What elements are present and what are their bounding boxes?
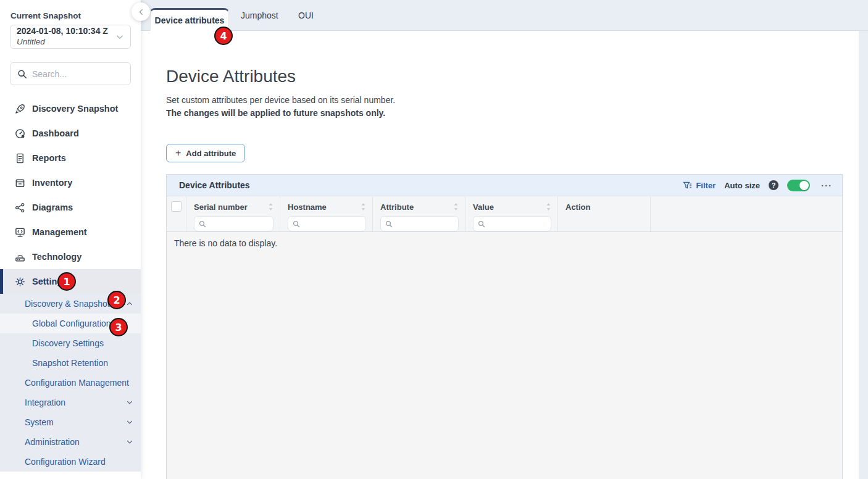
submenu-item-label: Configuration Management <box>25 378 129 388</box>
tab-oui[interactable]: OUI <box>298 0 314 31</box>
sidebar-item-label: Discovery Snapshot <box>32 104 118 114</box>
submenu-item-snapshot-retention[interactable]: Snapshot Retention <box>0 353 141 373</box>
submenu-item-configuration-wizard[interactable]: Configuration Wizard <box>0 452 141 472</box>
submenu-item-label: Discovery Settings <box>32 338 104 348</box>
column-label: Action <box>565 202 590 212</box>
autosize-label: Auto size <box>724 181 760 190</box>
sidebar-item-management[interactable]: Management <box>0 220 141 244</box>
page-scrollbar-track <box>859 31 868 479</box>
sidebar-item-inventory[interactable]: Inventory <box>0 170 141 195</box>
select-all-cell <box>167 196 186 231</box>
column-filter <box>288 216 366 231</box>
snapshot-selector[interactable]: 2024-01-08, 10:10:34 Z Untitled <box>10 25 131 49</box>
table-controls: Filter Auto size ? ··· <box>683 180 832 191</box>
column-filter <box>194 216 273 231</box>
snapshot-date: 2024-01-08, 10:10:34 Z <box>17 26 108 37</box>
help-icon[interactable]: ? <box>769 180 778 190</box>
page-title: Device Attributes <box>166 67 296 86</box>
search-icon <box>385 220 393 228</box>
column-sort-header[interactable]: Attribute <box>380 199 459 214</box>
sidebar-item-discovery-snapshot[interactable]: Discovery Snapshot <box>0 96 141 121</box>
submenu-item-integration[interactable]: Integration <box>0 393 141 412</box>
sidebar-item-label: Inventory <box>32 178 72 188</box>
chevron-down-icon <box>126 399 133 406</box>
submenu-item-label: Discovery & Snapshots <box>25 299 114 309</box>
sidebar-item-dashboard[interactable]: Dashboard <box>0 121 141 146</box>
sort-icon <box>546 202 551 211</box>
sidebar-nav: Discovery Snapshot Dashboard Reports Inv… <box>0 96 141 294</box>
current-snapshot-label: Current Snapshot <box>10 11 141 20</box>
tab-device-attributes[interactable]: Device attributes <box>150 8 229 31</box>
diagram-icon <box>14 202 26 214</box>
sidebar-item-diagrams[interactable]: Diagrams <box>0 195 141 220</box>
submenu-item-system[interactable]: System <box>0 412 141 432</box>
management-icon <box>14 227 26 238</box>
submenu-item-label: Integration <box>25 398 65 407</box>
search-input[interactable] <box>32 69 144 79</box>
chevron-down-icon <box>126 419 133 426</box>
rocket-icon <box>14 103 26 115</box>
autosize-toggle[interactable] <box>787 180 810 191</box>
value-filter-input[interactable] <box>488 220 546 228</box>
funnel-icon <box>683 181 692 190</box>
page-description: Set custom attributes per device based o… <box>166 95 395 105</box>
select-all-checkbox[interactable] <box>171 201 182 212</box>
sidebar-item-label: Management <box>32 227 87 237</box>
table-column-header: Serial number Hostname <box>167 196 842 232</box>
toggle-knob <box>799 181 809 190</box>
chevron-down-icon <box>126 438 133 446</box>
inventory-icon <box>14 177 26 189</box>
sidebar: Current Snapshot 2024-01-08, 10:10:34 Z … <box>0 0 141 479</box>
column-filter <box>473 216 551 231</box>
submenu-item-label: System <box>25 417 54 427</box>
column-attribute: Attribute <box>372 196 465 231</box>
sort-icon <box>453 202 459 211</box>
search-icon <box>17 69 27 79</box>
page-description-bold: The changes will be applied to future sn… <box>166 108 385 118</box>
column-hostname: Hostname <box>280 196 372 231</box>
column-filler <box>650 196 842 231</box>
add-attribute-label: Add attribute <box>186 149 236 158</box>
submenu-item-label: Configuration Wizard <box>25 457 106 467</box>
sort-icon <box>361 202 366 211</box>
submenu-item-configuration-management[interactable]: Configuration Management <box>0 373 141 393</box>
hostname-filter-input[interactable] <box>303 220 361 228</box>
column-label: Value <box>473 202 494 212</box>
column-filter <box>380 216 459 231</box>
table-title-bar: Device Attributes Filter Auto size ? ··· <box>167 175 842 196</box>
column-serial-number: Serial number <box>186 196 280 231</box>
submenu-item-label: Global Configuration <box>32 319 111 328</box>
snapshot-selector-text: 2024-01-08, 10:10:34 Z Untitled <box>17 26 108 47</box>
column-value: Value <box>465 196 557 231</box>
technology-icon <box>14 251 26 263</box>
report-icon <box>14 152 26 164</box>
add-attribute-button[interactable]: + Add attribute <box>166 144 245 162</box>
search-icon <box>478 220 485 228</box>
main-content: Device Attributes Set custom attributes … <box>141 31 868 479</box>
attribute-filter-input[interactable] <box>396 220 454 228</box>
more-options-icon[interactable]: ··· <box>821 180 832 191</box>
search-icon <box>293 220 300 228</box>
filter-button[interactable]: Filter <box>683 181 716 190</box>
sidebar-item-label: Diagrams <box>32 202 73 212</box>
serial-number-filter-input[interactable] <box>209 220 269 228</box>
column-label: Hostname <box>288 202 327 212</box>
chevron-up-icon <box>126 300 133 307</box>
sidebar-search <box>10 62 131 85</box>
sidebar-item-technology[interactable]: Technology <box>0 244 141 269</box>
sidebar-item-label: Dashboard <box>32 128 79 138</box>
dashboard-icon <box>14 128 26 140</box>
table-body: There is no data to display. <box>167 232 842 479</box>
column-sort-header[interactable]: Serial number <box>194 199 273 214</box>
chevron-left-icon <box>137 8 145 16</box>
column-sort-header[interactable]: Value <box>473 199 551 214</box>
submenu-item-label: Snapshot Retention <box>32 358 108 368</box>
sidebar-collapse-button[interactable] <box>131 2 150 21</box>
sidebar-item-reports[interactable]: Reports <box>0 146 141 170</box>
snapshot-name: Untitled <box>17 37 108 48</box>
column-sort-header[interactable]: Hostname <box>288 199 366 214</box>
submenu-item-administration[interactable]: Administration <box>0 432 141 452</box>
tab-jumphost[interactable]: Jumphost <box>241 0 278 31</box>
annotation-badge-1: 1 <box>57 272 76 291</box>
submenu-item-label: Administration <box>25 437 80 447</box>
